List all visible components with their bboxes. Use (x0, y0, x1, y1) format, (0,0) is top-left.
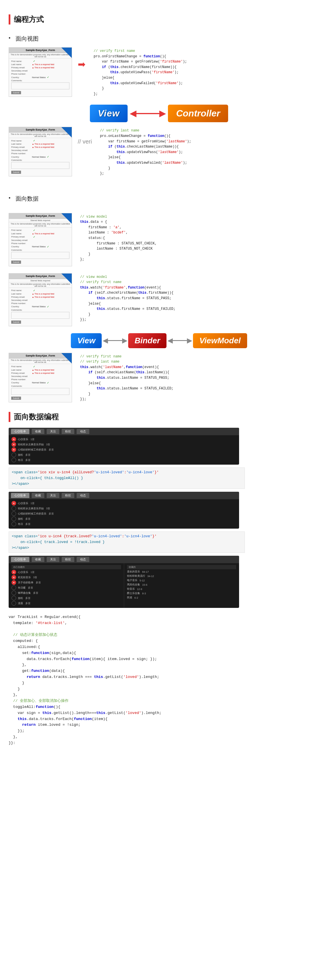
dark-icon-empty-4[interactable] (11, 453, 16, 457)
tc-15: var sign = this.getList().length===this.… (9, 710, 245, 716)
bullet-dot-data: • (9, 194, 10, 202)
form-submit-btn[interactable]: Submit (11, 91, 21, 94)
form-row-d3-fn: First name: ✓ (11, 365, 69, 368)
subsection-title-view: 面向视图 (16, 35, 38, 43)
dark-icon-3-l4-empty[interactable] (11, 585, 16, 590)
track-code-block: var TrackList = Regular.extend({ templat… (9, 612, 245, 748)
dark-tab-3-4[interactable]: 粉丝 (62, 557, 74, 562)
dark-tab-3-2[interactable]: 收藏 (32, 557, 45, 562)
dark-tab-3-3[interactable]: 关注 (47, 557, 59, 562)
form-label-ln2: Last name: (11, 143, 32, 145)
dark-icon-2-empty-3[interactable] (11, 511, 16, 516)
form-row-comments: Comments: (11, 79, 69, 82)
dark-icon-loved-2[interactable]: ♥ (11, 442, 16, 447)
dark-tab-2-1[interactable]: 心仪歌单 (11, 493, 29, 498)
span-code-2-line3: ></span> (12, 546, 29, 550)
form-row-d2-ph: Phone number: (11, 302, 69, 305)
dark-num-2-3: 多首 (49, 512, 54, 515)
dark-mockup-3: 心仪歌单 收藏 关注 粉丝 动态 自己创建的 ♥ 心仪音乐 1首 ♥ 初见轻音乐 (9, 556, 239, 608)
dark-num-3-l3: 多首 (36, 581, 41, 585)
dark-icon-2-empty-2[interactable] (11, 506, 16, 511)
form-row-d1-se: Secondary email: (11, 239, 69, 242)
dark-tab-1-2[interactable]: 收藏 (32, 429, 45, 434)
tc-14: toggleAll:function(){ (9, 704, 245, 710)
code-vm-5: firstName : STATUS_NOT_CHECK, (80, 241, 307, 247)
dark-num-1-5: 多首 (25, 458, 30, 462)
dark-icon-loved-1[interactable]: ♥ (11, 437, 16, 442)
dark-row-3-r4: 周杰伦全集 15-6 (127, 583, 237, 587)
form-row-d3-co: Country: Normal Status ✓ (11, 381, 69, 384)
form-label-secemail: Secondary email: (11, 70, 32, 72)
dark-icon-2-loved-1[interactable]: ♥ (11, 501, 16, 506)
dark-tab-3-1[interactable]: 心仪歌单 (11, 557, 29, 562)
span-code-1-red3: }' (154, 470, 159, 474)
dark-icon-3-l1[interactable]: ♥ (11, 570, 16, 574)
dark-num-1-1: 1首 (30, 438, 35, 441)
dark-tab-1-4[interactable]: 粉丝 (62, 429, 74, 434)
dark-text-1-1: 心仪音乐 (18, 438, 28, 441)
tc-3 (9, 626, 245, 632)
dark-text-2-1: 心仪音乐 (18, 501, 28, 505)
form-label-co2: Country: (11, 156, 32, 158)
form-error-ln2: ▲ This is a required field (32, 143, 54, 145)
binder-line1 (108, 340, 122, 341)
form-error-d2-em: ▲ This is a required field (32, 296, 54, 298)
dark-tab-2-2[interactable]: 收藏 (32, 493, 45, 498)
dark-mockup-wrapper-1: 心仪歌单 收藏 关注 粉丝 动态 ♥ 心仪音乐 1首 ♥ 轻松听从古典音乐开始 … (9, 428, 245, 465)
dark-icon-3-l6-empty[interactable] (11, 596, 16, 600)
form-row-secemail: Secondary email: (11, 70, 69, 72)
form-row-d1-ph: Phone number: (11, 242, 69, 245)
dark-icon-3-l3[interactable]: ♥ (11, 580, 16, 585)
form-submit-d2[interactable]: Submit (11, 321, 21, 324)
dark-icon-3-l5-empty[interactable] (11, 590, 16, 595)
code-block-data-2: // view model // verify first name this.… (78, 273, 309, 324)
form-body-d2: First name: ✓ Last name: ▲ This is a req… (9, 288, 72, 326)
dark-num-3-l5: 多首 (33, 591, 38, 595)
binder-box-viewmodel: ViewModel (193, 333, 247, 348)
dark-tab-2-3[interactable]: 关注 (47, 493, 59, 498)
code-line-8: }; (94, 91, 307, 97)
code-vm-2: firstName : 'a', (80, 225, 307, 230)
binder-arrows-1: ◀ ▶ (103, 337, 127, 344)
dark-row-2-5: 冬日 多首 (11, 522, 236, 526)
dark-mockup-wrapper-3: 心仪歌单 收藏 关注 粉丝 动态 自己创建的 ♥ 心仪音乐 1首 ♥ 初见轻音乐 (9, 556, 245, 608)
dark-icon-empty-5[interactable] (11, 458, 16, 462)
form-label-email: Primary email: (11, 66, 32, 69)
form-row-cm2: Comments: (11, 159, 69, 161)
dark-tab-3-5[interactable]: 动态 (76, 557, 89, 562)
demo-block-data-1: Sample EasyAjax_Form Starred fields requ… (9, 213, 309, 266)
dark-text-1-5: 冬日 (18, 458, 23, 462)
dark-text-3-r1: 喜欢的音乐 (127, 570, 140, 574)
dark-row-1-2: ♥ 轻松听从古典音乐开始 3首 (11, 442, 236, 447)
form-label-d2-ph: Phone number: (11, 302, 32, 305)
form-check-d1-em: ✓ (33, 235, 35, 239)
form-row-d2-em: Primary email: ▲ This is a required fiel… (11, 296, 69, 298)
form-submit-btn-2[interactable]: Submit (11, 171, 21, 174)
form-row-fn2: First name: ✓ (11, 139, 69, 142)
dark-icon-3-l7-empty[interactable] (11, 601, 16, 606)
dark-row-2-2: 轻松听从古典音乐开始 3首 (11, 506, 236, 511)
dark-tab-1-1[interactable]: 心仪歌单 (11, 429, 29, 434)
page-container: 编程方式 • 面向视图 Sample EasyAjax_Form This is… (0, 0, 318, 754)
dark-num-3-l6: 多首 (25, 597, 30, 600)
form-row-d1-em: Primary email: ✓ (11, 235, 69, 239)
dark-icon-2-empty-5[interactable] (11, 522, 16, 526)
dark-tab-2-4[interactable]: 粉丝 (62, 493, 74, 498)
dark-icon-loved-3[interactable]: ♥ (11, 447, 16, 452)
dark-icon-3-l2[interactable]: ♥ (11, 575, 16, 580)
dark-icon-2-empty-4[interactable] (11, 517, 16, 521)
form-submit-d3[interactable]: Submit (11, 397, 21, 400)
form-label-d2-cm: Comments: (11, 309, 32, 311)
form-mockup-data-2: Sample EasyAjax_Form Starred fields requ… (9, 273, 72, 326)
dark-tab-1-5[interactable]: 动态 (76, 429, 89, 434)
form-submit-d1[interactable]: Submit (11, 261, 21, 264)
code-ln-8: }; (100, 171, 307, 177)
dark-tab-1-3[interactable]: 关注 (47, 429, 59, 434)
dark-num-2-1: 1首 (30, 501, 35, 505)
form-error-d3-ln: ▲ This is a required field (32, 369, 54, 371)
dark-text-3-l6: 放松 (18, 597, 23, 600)
tc-11: } (9, 680, 245, 686)
dark-tab-2-5[interactable]: 动态 (76, 493, 89, 498)
form-check-d3-co: ✓ (47, 381, 49, 384)
tc-20: }}: (9, 740, 245, 746)
